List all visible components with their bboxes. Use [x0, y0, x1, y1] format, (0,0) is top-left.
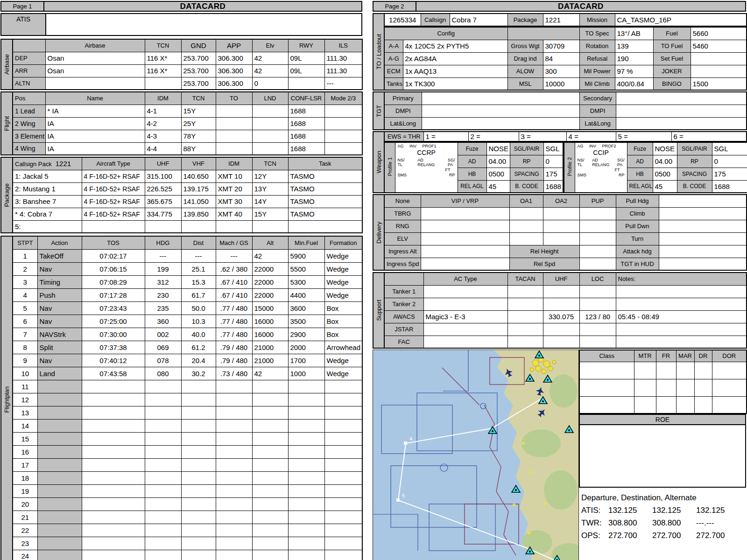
cell-mach-gs: .62 / 380 [216, 262, 252, 275]
airbase-row: ALTN 253.700 306.300 0 --- [13, 77, 362, 90]
flightplan-table: STPT Action TOS HDG Dist Mach / GS Alt M… [12, 236, 363, 560]
label-rel: Rel Spd [509, 258, 579, 270]
cell-hdg [145, 406, 181, 419]
cell-formation: Wedge [324, 249, 362, 262]
cell-class [579, 362, 634, 379]
label-callsign: Callsign [421, 14, 450, 26]
cell-dist [181, 471, 216, 484]
cell-aircraft-type: 4 F-16D-52+ RSAF [82, 170, 145, 182]
cell-pos: 2 Wing [13, 117, 45, 130]
cell-oa1 [509, 207, 543, 220]
cell-stpt: 16 [13, 445, 37, 458]
frequency-value: 308.800 [608, 518, 652, 528]
cell-to [216, 130, 252, 142]
cell-loc [579, 285, 616, 298]
mfd-submode: CCRP [398, 149, 455, 156]
cell-formation: Box [324, 301, 362, 315]
cell-mach-gs [216, 406, 252, 419]
cell-stpt: 3 [13, 275, 37, 288]
cell-aircraft-type: 4 F-16D-52+ RSAF [82, 208, 145, 220]
label-spacing: SPACING [510, 168, 543, 180]
cell-tgt-left [422, 105, 579, 117]
cell-lnd [252, 117, 288, 130]
cell-app: 306.300 [216, 52, 252, 64]
cell-notes [616, 285, 747, 298]
cell-elv: 42 [252, 64, 288, 77]
cell-tos: 07:40:12 [82, 354, 145, 367]
cell-uhf [145, 220, 181, 233]
cell-action: NAVStrk [37, 328, 82, 341]
cell-stpt: 15 [13, 432, 37, 445]
cell-action [37, 393, 82, 406]
frequency-value: ---.--- [696, 518, 740, 528]
cell-mar [676, 379, 694, 396]
loadout-row: Tanks 1x TK300 MSL 10000 Mil Climb 400/0… [384, 77, 747, 90]
cell-sgl-pair: SGL [543, 142, 563, 155]
cell-mach-gs [216, 484, 252, 497]
cell-pup [579, 207, 616, 220]
loadout-config-row: Config TO Spec 13°/ AB Fuel 5660 [384, 27, 747, 40]
loadout-table: Config TO Spec 13°/ AB Fuel 5660 A-A 4x … [384, 27, 747, 91]
support-row: JSTAR [384, 323, 747, 336]
col-uhf: UHF [543, 273, 579, 285]
label-perf: Rotation [579, 40, 615, 52]
cell-min-fuel: 3500 [288, 315, 324, 328]
cell-tos: 07:08:29 [82, 275, 145, 288]
cell-mach-gs: .67 / 410 [216, 288, 252, 301]
cell-name: IA [45, 117, 145, 130]
cell-perf: 97 % [615, 65, 653, 77]
col-mar: MAR [676, 350, 694, 362]
label-sgl-pair: SGL/PAIR [510, 142, 543, 155]
cell-row-label: DEP [13, 52, 45, 64]
cell-fuel-item [691, 65, 747, 77]
frequency-block: Departure, Destination, Alternate ATIS:1… [579, 493, 746, 540]
cell-alt: 22000 [252, 288, 288, 301]
label-delivery-left: RNG [384, 220, 421, 232]
cell-tcn: 25Y [181, 117, 216, 130]
cell-elv: 42 [252, 52, 288, 64]
cell-pup [579, 220, 616, 232]
package-section: Package Callsign Pack1221 Aircraft Type … [0, 157, 362, 233]
cell-uhf: 226.525 [145, 182, 181, 195]
frequency-value: 272.700 [652, 531, 696, 540]
cell-tcn: 116 X* [145, 64, 181, 77]
cell-idm: XMT 20 [216, 182, 252, 195]
label-ingress: Ingress Alt [384, 245, 421, 258]
cell-ac-type [423, 285, 507, 298]
cell-alt [252, 458, 288, 471]
cell-dr [694, 379, 712, 396]
package-side-label: Package [0, 157, 12, 233]
cell-tgt-left [422, 92, 579, 105]
cell-oa1 [509, 232, 543, 245]
cell-tgt-left [422, 117, 579, 130]
cell-oa2 [543, 232, 579, 245]
label-weight: MSL [507, 77, 543, 90]
cell-hdg [145, 458, 181, 471]
cell-pos: 1 Lead [13, 105, 45, 117]
tgt-row: DMPI DMPI [384, 105, 747, 117]
cell-name: IA [45, 142, 145, 155]
cell-dist [181, 458, 216, 471]
label-weight: ALOW [507, 65, 543, 77]
cell-ews-6: 6 = [671, 132, 747, 141]
cell-tos [82, 511, 145, 524]
cell-mach-gs: .79 / 480 [216, 354, 252, 367]
cell-stpt: 19 [13, 484, 37, 497]
cell-alt [252, 524, 288, 537]
flightplan-row: 3 Timing 07:08:29 312 15.3 .67 / 410 220… [13, 275, 362, 288]
label-weight: Gross Wgt [507, 40, 543, 52]
airbase-section: Airbase Airbase TCN GND APP Elv RWY ILS … [0, 39, 362, 90]
profile1-side-label: Profile 1 [384, 142, 395, 193]
cell-formation [324, 458, 362, 471]
col-rwy: RWY [288, 39, 324, 52]
cell-mtr [634, 379, 656, 396]
cell-formation [324, 524, 362, 537]
cell-mach-gs: .79 / 480 [216, 341, 252, 354]
cell-min-fuel: 5900 [288, 249, 324, 262]
label-vip-vrp: VIP / VRP [421, 195, 509, 207]
cell-perf: 139 [615, 40, 653, 52]
cell-action: Split [37, 341, 82, 354]
cell-hdg: 360 [145, 315, 181, 328]
cell-formation [324, 432, 362, 445]
label-attack: TGT in HUD [616, 258, 659, 270]
